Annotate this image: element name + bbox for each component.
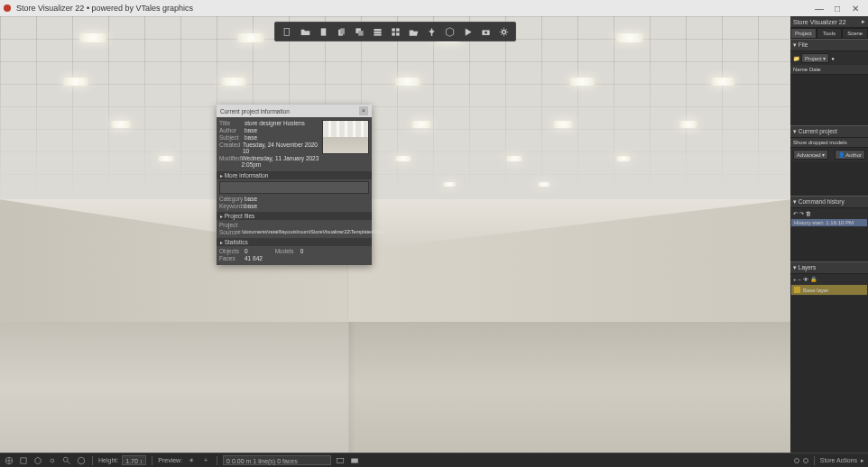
- layer-row[interactable]: Base layer: [791, 285, 867, 295]
- col-date[interactable]: Date: [809, 67, 821, 72]
- bullet-icon[interactable]: ●: [831, 56, 835, 61]
- top-toolbar: [274, 22, 516, 41]
- cube-icon[interactable]: [443, 25, 456, 38]
- keywords-label: Keywords: [219, 203, 245, 209]
- stack-icon[interactable]: [371, 25, 383, 38]
- models-value: 0: [300, 248, 304, 254]
- tab-scene[interactable]: Scene: [842, 28, 868, 39]
- link-icon[interactable]: [47, 455, 58, 466]
- svg-rect-9: [392, 28, 394, 31]
- dialog-close-icon[interactable]: ×: [359, 106, 368, 115]
- folder-open-icon[interactable]: [407, 25, 420, 38]
- measure-field[interactable]: 0 0.00 m 1 line(s) 0 faces: [223, 455, 331, 465]
- col-name[interactable]: Name: [793, 67, 808, 72]
- documents-icon[interactable]: [335, 25, 347, 38]
- dialog-header[interactable]: Current project information ×: [217, 105, 372, 117]
- author-value: base: [245, 127, 257, 133]
- open-folder-icon[interactable]: [299, 25, 311, 38]
- history-entry[interactable]: History start: 1:16:10 PM: [791, 219, 867, 226]
- file-list[interactable]: [790, 75, 868, 125]
- more-info-section[interactable]: More information: [217, 171, 372, 179]
- svg-rect-17: [21, 457, 26, 462]
- copy-icon[interactable]: [353, 25, 365, 38]
- maximize-button[interactable]: □: [828, 4, 846, 14]
- sun-icon[interactable]: ☀: [186, 455, 197, 466]
- folder-icon[interactable]: 📁: [793, 55, 799, 61]
- layer-remove-icon[interactable]: −: [799, 277, 802, 282]
- gear-icon[interactable]: [497, 25, 510, 38]
- play-icon[interactable]: [461, 25, 474, 38]
- history-clear-icon[interactable]: 🗑: [806, 211, 811, 216]
- objects-value: 0: [245, 248, 248, 254]
- search-icon[interactable]: [61, 455, 72, 466]
- current-project-head[interactable]: ▾ Current project: [790, 125, 868, 138]
- rec2-icon[interactable]: [803, 458, 808, 463]
- document-icon[interactable]: [317, 25, 329, 38]
- models-label: Models: [275, 248, 300, 254]
- project-thumbnail: [322, 120, 369, 154]
- author-label: Author: [219, 127, 245, 133]
- modified-label: Modified: [219, 155, 242, 168]
- height-field[interactable]: 1.70 ↕: [122, 455, 146, 465]
- box-icon[interactable]: [18, 455, 29, 466]
- rail-expand-icon[interactable]: ▸: [862, 18, 865, 25]
- subject-label: Subject: [219, 134, 245, 141]
- svg-rect-5: [358, 31, 364, 36]
- rect-icon[interactable]: [335, 455, 346, 466]
- project-dropdown[interactable]: Project ▾: [801, 53, 829, 63]
- svg-point-15: [502, 30, 505, 33]
- project-label: Project: [219, 222, 245, 228]
- command-history-head[interactable]: ▾ Command history: [790, 196, 868, 208]
- author-button[interactable]: 👤 Author: [835, 150, 865, 160]
- right-rail: Store Visualizer 22 ▸ Project Tools Scen…: [790, 16, 868, 453]
- source-value: c:\documents\retail\layouts\room\StoreVi…: [238, 229, 384, 235]
- layers-list[interactable]: [790, 296, 868, 453]
- history-list[interactable]: [790, 227, 868, 261]
- plus-icon[interactable]: +: [200, 455, 211, 466]
- category-value: base: [245, 196, 257, 202]
- objects-label: Objects: [219, 248, 245, 254]
- description-input[interactable]: [219, 181, 369, 194]
- globe-icon[interactable]: [4, 455, 14, 466]
- height-label: Height:: [98, 457, 118, 463]
- pin-icon[interactable]: [425, 25, 438, 38]
- store-actions-chevron-icon[interactable]: ▸: [861, 457, 864, 464]
- project-list[interactable]: [790, 161, 868, 196]
- faces-label: Faces: [219, 255, 245, 261]
- category-label: Category: [219, 196, 245, 202]
- svg-point-19: [78, 457, 85, 464]
- rail-title: Store Visualizer 22 ▸: [790, 16, 868, 28]
- arrange-icon[interactable]: [389, 25, 402, 38]
- faces-value: 41 842: [245, 255, 263, 261]
- svg-rect-20: [337, 458, 344, 462]
- hex-icon[interactable]: [32, 455, 43, 466]
- layers-head[interactable]: ▾ Layers: [790, 261, 868, 274]
- close-button[interactable]: ✕: [846, 4, 864, 14]
- app-dot-icon: [4, 5, 11, 12]
- new-file-icon[interactable]: [281, 25, 293, 38]
- project-files-section[interactable]: Project files: [217, 212, 372, 220]
- tab-project[interactable]: Project: [790, 28, 817, 39]
- viewport-3d[interactable]: Current project information × Titlestore…: [0, 16, 790, 453]
- rect2-icon[interactable]: [349, 455, 360, 466]
- camera-icon[interactable]: [479, 25, 492, 38]
- store-actions-label[interactable]: Store Actions: [820, 457, 857, 463]
- created-value: Tuesday, 24 November 2020 10: [243, 142, 319, 154]
- rec1-icon[interactable]: [794, 458, 799, 463]
- advanced-dropdown[interactable]: Advanced ▾: [793, 150, 828, 160]
- redo-icon[interactable]: ↷: [799, 210, 804, 216]
- title-value: store designer Hostens: [245, 120, 305, 126]
- undo-icon[interactable]: ↶: [793, 210, 798, 216]
- svg-point-14: [485, 31, 487, 33]
- layer-name: Base layer: [803, 288, 828, 293]
- layer-add-icon[interactable]: +: [793, 277, 797, 282]
- svg-rect-12: [396, 32, 399, 35]
- minimize-button[interactable]: —: [810, 4, 828, 14]
- file-panel-head[interactable]: ▾ File: [790, 39, 868, 51]
- tab-tools[interactable]: Tools: [817, 28, 843, 39]
- svg-rect-7: [374, 31, 381, 32]
- layer-lock-icon[interactable]: 🔒: [810, 276, 817, 282]
- globe2-icon[interactable]: [76, 455, 87, 466]
- layer-visible-icon[interactable]: 👁: [803, 277, 808, 282]
- statistics-section[interactable]: Statistics: [217, 238, 372, 246]
